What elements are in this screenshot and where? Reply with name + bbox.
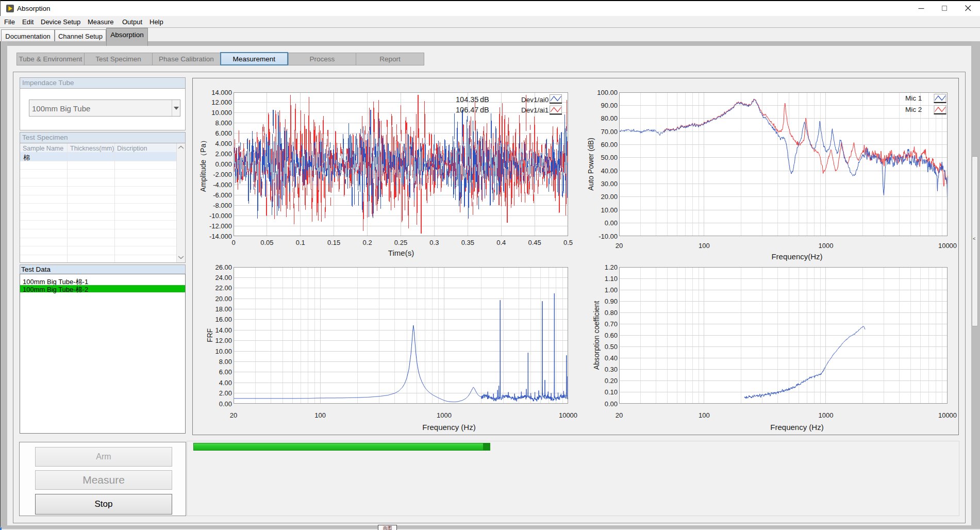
svg-text:0.5: 0.5 <box>563 239 573 246</box>
svg-text:1.00: 1.00 <box>605 286 618 294</box>
svg-text:0.60: 0.60 <box>605 332 618 339</box>
svg-text:10.00: 10.00 <box>601 206 618 214</box>
svg-text:30.00: 30.00 <box>601 180 618 188</box>
svg-text:Frequency (Hz): Frequency (Hz) <box>422 423 475 432</box>
svg-text:20.00: 20.00 <box>215 295 232 303</box>
svg-text:Dev1/ai0: Dev1/ai0 <box>521 96 549 104</box>
svg-text:1.10: 1.10 <box>605 275 618 283</box>
svg-text:60.00: 60.00 <box>601 141 618 148</box>
svg-text:0.45: 0.45 <box>528 239 541 246</box>
svg-text:6.00: 6.00 <box>219 368 232 376</box>
svg-text:14.00: 14.00 <box>215 326 232 334</box>
svg-text:1.20: 1.20 <box>605 263 618 271</box>
svg-text:10.000: 10.000 <box>211 109 232 117</box>
svg-text:100: 100 <box>314 411 326 419</box>
svg-text:0.4: 0.4 <box>496 239 506 246</box>
svg-text:-4.000: -4.000 <box>213 181 232 189</box>
svg-text:0.00: 0.00 <box>605 400 618 408</box>
svg-text:-12.000: -12.000 <box>209 222 232 230</box>
svg-text:1000: 1000 <box>437 411 452 419</box>
svg-text:0.1: 0.1 <box>296 239 305 246</box>
svg-text:18.00: 18.00 <box>215 305 232 313</box>
svg-text:106.47: 106.47 <box>456 106 478 114</box>
svg-text:-10.000: -10.000 <box>209 212 232 220</box>
svg-text:0.70: 0.70 <box>605 320 618 328</box>
svg-text:12.00: 12.00 <box>215 337 232 344</box>
svg-text:Absorption coefficient: Absorption coefficient <box>592 301 601 370</box>
svg-text:-6.000: -6.000 <box>213 191 232 199</box>
svg-text:0.2: 0.2 <box>363 239 372 246</box>
svg-text:50.00: 50.00 <box>601 154 618 161</box>
svg-text:100: 100 <box>699 411 710 419</box>
svg-text:0.35: 0.35 <box>461 239 474 246</box>
svg-text:-10.00: -10.00 <box>599 233 618 240</box>
svg-text:6.000: 6.000 <box>215 129 232 137</box>
svg-text:20: 20 <box>616 411 623 419</box>
svg-text:0.10: 0.10 <box>605 388 618 396</box>
svg-text:90.00: 90.00 <box>601 102 618 109</box>
svg-text:20: 20 <box>230 411 237 419</box>
svg-text:-8.000: -8.000 <box>213 202 232 209</box>
svg-text:4.00: 4.00 <box>219 379 232 387</box>
svg-text:0.05: 0.05 <box>260 239 273 246</box>
svg-text:24.00: 24.00 <box>215 274 232 281</box>
svg-text:8.000: 8.000 <box>215 119 232 127</box>
svg-text:8.00: 8.00 <box>219 358 232 366</box>
svg-text:0.80: 0.80 <box>605 309 618 317</box>
svg-text:100.00: 100.00 <box>597 89 618 96</box>
svg-text:4.000: 4.000 <box>215 140 232 147</box>
svg-text:Amplitude（Pa）: Amplitude（Pa） <box>199 137 207 192</box>
svg-text:100: 100 <box>699 242 710 250</box>
svg-text:1000: 1000 <box>819 242 834 250</box>
svg-text:0.25: 0.25 <box>394 239 407 246</box>
svg-text:Frequency (Hz): Frequency (Hz) <box>770 423 823 432</box>
svg-text:80.00: 80.00 <box>601 114 618 122</box>
svg-text:14.000: 14.000 <box>211 89 232 96</box>
svg-text:10000: 10000 <box>938 411 957 419</box>
svg-text:104.35: 104.35 <box>456 95 478 104</box>
svg-text:10000: 10000 <box>559 411 577 419</box>
svg-text:0.30: 0.30 <box>605 366 618 373</box>
svg-text:20.00: 20.00 <box>601 193 618 201</box>
svg-text:70.00: 70.00 <box>601 128 618 136</box>
svg-text:2.00: 2.00 <box>219 389 232 397</box>
svg-text:0.15: 0.15 <box>327 239 340 246</box>
svg-text:-14.000: -14.000 <box>209 233 232 240</box>
svg-text:0.000: 0.000 <box>215 160 232 168</box>
svg-text:FRF: FRF <box>206 328 214 342</box>
svg-text:10.00: 10.00 <box>215 347 232 355</box>
svg-text:Auto Power (dB): Auto Power (dB) <box>587 138 595 191</box>
svg-text:Time(s): Time(s) <box>388 249 414 257</box>
svg-text:0.90: 0.90 <box>605 297 618 305</box>
svg-text:0.3: 0.3 <box>429 239 439 246</box>
svg-text:40.00: 40.00 <box>601 167 618 175</box>
svg-text:Frequency(Hz): Frequency(Hz) <box>771 252 822 261</box>
svg-text:10000: 10000 <box>938 242 957 250</box>
svg-text:16.00: 16.00 <box>215 316 232 323</box>
svg-text:0.40: 0.40 <box>605 354 618 362</box>
svg-text:dB: dB <box>480 106 489 114</box>
svg-text:26.00: 26.00 <box>215 263 232 271</box>
svg-text:2.000: 2.000 <box>215 150 232 158</box>
svg-text:12.000: 12.000 <box>211 98 232 106</box>
svg-text:22.00: 22.00 <box>215 284 232 292</box>
svg-text:0.50: 0.50 <box>605 343 618 351</box>
svg-text:-2.000: -2.000 <box>213 171 232 178</box>
svg-text:1000: 1000 <box>819 411 834 419</box>
svg-text:0: 0 <box>231 239 235 246</box>
svg-text:Mic 2: Mic 2 <box>905 106 922 113</box>
svg-text:20: 20 <box>616 242 623 250</box>
svg-text:0.20: 0.20 <box>605 377 618 385</box>
svg-text:Dev1/ai1: Dev1/ai1 <box>521 106 549 114</box>
svg-text:0.00: 0.00 <box>605 219 618 227</box>
svg-text:Mic 1: Mic 1 <box>905 94 922 102</box>
svg-text:0.00: 0.00 <box>219 400 232 408</box>
svg-text:dB: dB <box>480 95 489 104</box>
